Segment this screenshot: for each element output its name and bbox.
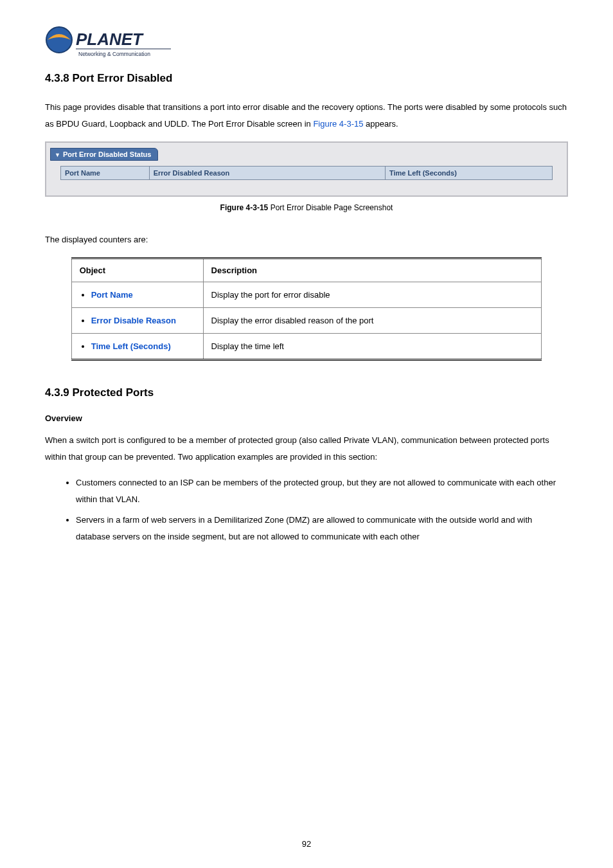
logo-tagline-text: Networking & Communication <box>78 51 150 57</box>
table-row: Port Name Display the port for error dis… <box>71 282 542 308</box>
cell-description: Display the port for error disable <box>203 282 542 308</box>
section-heading-protected-ports: 4.3.9 Protected Ports <box>45 386 568 399</box>
figure-caption-text: Port Error Disable Page Screenshot <box>268 203 393 212</box>
screenshot-table: Port Name Error Disabled Reason Time Lef… <box>60 166 553 180</box>
table-row: Time Left (Seconds) Display the time lef… <box>71 334 542 360</box>
logo-brand-text: PLANET <box>76 30 144 49</box>
object-link-error-disable-reason[interactable]: Error Disable Reason <box>91 316 176 325</box>
screenshot-tab-label: Port Error Disabled Status <box>63 150 152 158</box>
page-number: 92 <box>0 839 613 849</box>
cell-description: Display the time left <box>203 334 542 360</box>
col-header-time-left: Time Left (Seconds) <box>385 167 552 180</box>
overview-label: Overview <box>45 413 568 423</box>
screenshot-tab: ▼Port Error Disabled Status <box>50 148 158 161</box>
header-object: Object <box>71 258 203 282</box>
overview-text: When a switch port is configured to be a… <box>45 432 568 466</box>
object-description-table: Object Description Port Name Display the… <box>71 257 542 361</box>
cell-description: Display the error disabled reason of the… <box>203 308 542 334</box>
object-link-time-left[interactable]: Time Left (Seconds) <box>91 341 171 351</box>
intro-paragraph: This page provides disable that transiti… <box>45 99 568 132</box>
cell-object: Time Left (Seconds) <box>71 334 203 360</box>
col-header-port-name: Port Name <box>60 167 149 180</box>
section-heading-port-error-disabled: 4.3.8 Port Error Disabled <box>45 72 568 85</box>
intro-text-post: appears. <box>363 119 398 129</box>
list-item: Customers connected to an ISP can be mem… <box>76 475 568 508</box>
counters-intro: The displayed counters are: <box>45 231 568 248</box>
object-link-port-name[interactable]: Port Name <box>91 290 133 300</box>
cell-object: Port Name <box>71 282 203 308</box>
col-header-error-reason: Error Disabled Reason <box>149 167 385 180</box>
screenshot-port-error-disabled: ▼Port Error Disabled Status Port Name Er… <box>45 141 568 197</box>
figure-caption: Figure 4-3-15 Port Error Disable Page Sc… <box>45 203 568 212</box>
list-item: Servers in a farm of web servers in a De… <box>76 512 568 545</box>
intro-text-pre: This page provides disable that transiti… <box>45 102 567 129</box>
table-header-row: Object Description <box>71 258 542 282</box>
figure-label: Figure 4-3-15 <box>220 203 269 212</box>
overview-bullet-list: Customers connected to an ISP can be mem… <box>45 475 568 545</box>
table-row: Port Name Error Disabled Reason Time Lef… <box>60 167 552 180</box>
header-description: Description <box>203 258 542 282</box>
chevron-down-icon: ▼ <box>55 152 60 158</box>
planet-logo-svg: PLANET Networking & Communication <box>45 26 173 60</box>
cell-object: Error Disable Reason <box>71 308 203 334</box>
figure-ref-link[interactable]: Figure 4-3-15 <box>313 119 363 129</box>
brand-logo: PLANET Networking & Communication <box>45 26 568 60</box>
table-row: Error Disable Reason Display the error d… <box>71 308 542 334</box>
